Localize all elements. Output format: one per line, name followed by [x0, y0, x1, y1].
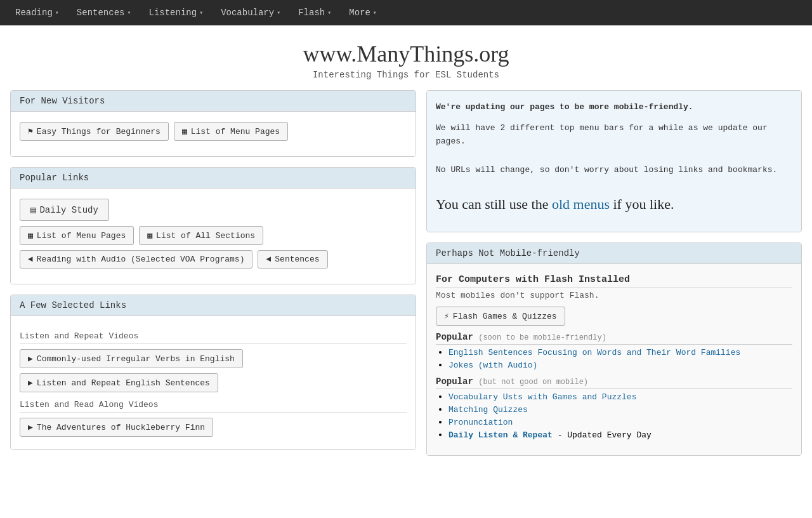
- not-mobile-card: Perhaps Not Mobile-friendly For Computer…: [426, 242, 802, 456]
- listen-read-label: Listen and Read Along Videos: [20, 400, 407, 413]
- popular-mobile-label: Popular (soon to be mobile-friendly): [436, 332, 792, 345]
- listen-repeat-label: Listen and Repeat Videos: [20, 331, 407, 344]
- nav-listening-arrow: ▾: [199, 9, 203, 17]
- daily-study-button[interactable]: Daily Study: [20, 199, 109, 221]
- list-item: Daily Listen & Repeat - Updated Every Da…: [449, 430, 792, 440]
- matching-quizzes-link[interactable]: Matching Quizzes: [449, 405, 528, 415]
- audio-icon-2: [266, 255, 271, 264]
- calendar-icon: [30, 204, 36, 215]
- popular-row1: Daily Study: [20, 199, 407, 221]
- listen-repeat-sentences-button[interactable]: Listen and Repeat English Sentences: [20, 373, 218, 392]
- video-icon-1: [28, 354, 33, 364]
- list-item: Jokes (with Audio): [449, 360, 792, 370]
- video-icon-3: [28, 422, 33, 432]
- nav-listening[interactable]: Listening ▾: [140, 3, 213, 23]
- nav-vocabulary-arrow: ▾: [277, 9, 280, 17]
- notice-para2: No URLs will change, so don't worry abou…: [436, 164, 792, 177]
- listen-repeat-buttons2: Listen and Repeat English Sentences: [20, 373, 407, 392]
- popular-notgood-list: Vocabulary Usts with Games and Puzzles M…: [436, 392, 792, 440]
- flag-icon: [28, 126, 33, 136]
- easy-beginners-button[interactable]: Easy Things for Beginners: [20, 122, 169, 141]
- site-title: www.ManyThings.org: [6, 41, 806, 67]
- listen-read-buttons: The Adventures of Huckleberry Finn: [20, 418, 407, 437]
- popular-links-heading: Popular Links: [11, 168, 416, 189]
- pronunciation-link[interactable]: Pronunciation: [449, 418, 513, 427]
- notice-para3: You can still use the old menus if you l…: [436, 193, 792, 215]
- left-column: For New Visitors Easy Things for Beginne…: [10, 90, 416, 456]
- sentences-word-families-link[interactable]: English Sentences Focusing on Words and …: [449, 348, 740, 357]
- nav-vocabulary[interactable]: Vocabulary ▾: [212, 3, 289, 23]
- nav-more-arrow: ▾: [373, 9, 377, 17]
- old-menus-link[interactable]: old menus: [552, 196, 610, 212]
- popular-links-body: Daily Study List of Menu Pages List of A…: [11, 189, 416, 284]
- popular-notgood-label: Popular (but not good on mobile): [436, 376, 792, 389]
- nav-flash-arrow: ▾: [327, 9, 331, 17]
- list-item: Matching Quizzes: [449, 404, 792, 415]
- video-icon-2: [28, 378, 33, 388]
- irregular-verbs-button[interactable]: Commonly-used Irregular Verbs in English: [20, 349, 243, 368]
- nav-reading-arrow: ▾: [55, 9, 59, 17]
- popular-links-card: Popular Links Daily Study List of Menu P…: [10, 167, 416, 284]
- list-item: Pronunciation: [449, 417, 792, 427]
- popular-mobile-list: English Sentences Focusing on Words and …: [436, 347, 792, 370]
- list-item: English Sentences Focusing on Words and …: [449, 347, 792, 357]
- selected-links-heading: A Few Selected Links: [11, 295, 416, 316]
- listen-repeat-buttons: Commonly-used Irregular Verbs in English: [20, 349, 407, 368]
- new-visitors-buttons: Easy Things for Beginners List of Menu P…: [20, 122, 407, 141]
- audio-icon: [28, 255, 33, 264]
- site-subtitle: Interesting Things for ESL Students: [6, 70, 806, 80]
- flash-games-button[interactable]: Flash Games & Quizzes: [436, 307, 565, 326]
- selected-links-body: Listen and Repeat Videos Commonly-used I…: [11, 316, 416, 449]
- popular-row2: List of Menu Pages List of All Sections: [20, 226, 407, 245]
- list-menu-pages-2-button[interactable]: List of Menu Pages: [20, 226, 134, 245]
- notice-para1: We will have 2 different top menu bars f…: [436, 122, 792, 149]
- bolt-icon: [444, 311, 449, 321]
- main-layout: For New Visitors Easy Things for Beginne…: [0, 90, 812, 475]
- table-icon: [182, 126, 187, 136]
- nav-flash[interactable]: Flash ▾: [289, 3, 340, 23]
- notice-body: We're updating our pages to be more mobi…: [427, 91, 801, 232]
- notice-card: We're updating our pages to be more mobi…: [426, 90, 802, 232]
- popular-row3: Reading with Audio (Selected VOA Program…: [20, 250, 407, 269]
- nav-sentences-arrow: ▾: [127, 9, 131, 17]
- new-visitors-body: Easy Things for Beginners List of Menu P…: [11, 112, 416, 156]
- notice-heading: We're updating our pages to be more mobi…: [436, 101, 792, 114]
- new-visitors-card: For New Visitors Easy Things for Beginne…: [10, 90, 416, 157]
- not-mobile-heading: Perhaps Not Mobile-friendly: [427, 243, 801, 264]
- list-all-sections-button[interactable]: List of All Sections: [139, 226, 263, 245]
- table-icon-3: [147, 230, 152, 241]
- selected-links-card: A Few Selected Links Listen and Repeat V…: [10, 295, 416, 450]
- reading-audio-button[interactable]: Reading with Audio (Selected VOA Program…: [20, 250, 252, 269]
- vocab-puzzles-link[interactable]: Vocabulary Usts with Games and Puzzles: [449, 392, 636, 402]
- list-menu-pages-button[interactable]: List of Menu Pages: [174, 122, 288, 141]
- daily-listen-link[interactable]: Daily Listen & Repeat: [449, 430, 553, 440]
- site-header: www.ManyThings.org Interesting Things fo…: [0, 25, 812, 90]
- nav-more[interactable]: More ▾: [340, 3, 386, 23]
- new-visitors-heading: For New Visitors: [11, 91, 416, 112]
- right-column: We're updating our pages to be more mobi…: [426, 90, 802, 456]
- not-mobile-body: For Computers with Flash Installed Most …: [427, 264, 801, 455]
- sentences-btn[interactable]: Sentences: [258, 250, 327, 269]
- list-item: Vocabulary Usts with Games and Puzzles: [449, 392, 792, 402]
- nav-reading[interactable]: Reading ▾: [6, 3, 68, 23]
- main-nav: Reading ▾ Sentences ▾ Listening ▾ Vocabu…: [0, 0, 812, 25]
- table-icon-2: [28, 230, 33, 241]
- flash-note: Most mobiles don't support Flash.: [436, 291, 792, 300]
- nav-sentences[interactable]: Sentences ▾: [68, 3, 140, 23]
- flash-section-title: For Computers with Flash Installed: [436, 274, 792, 288]
- huck-finn-button[interactable]: The Adventures of Huckleberry Finn: [20, 418, 213, 437]
- flash-button-row: Flash Games & Quizzes: [436, 307, 792, 326]
- jokes-audio-link[interactable]: Jokes (with Audio): [449, 361, 537, 370]
